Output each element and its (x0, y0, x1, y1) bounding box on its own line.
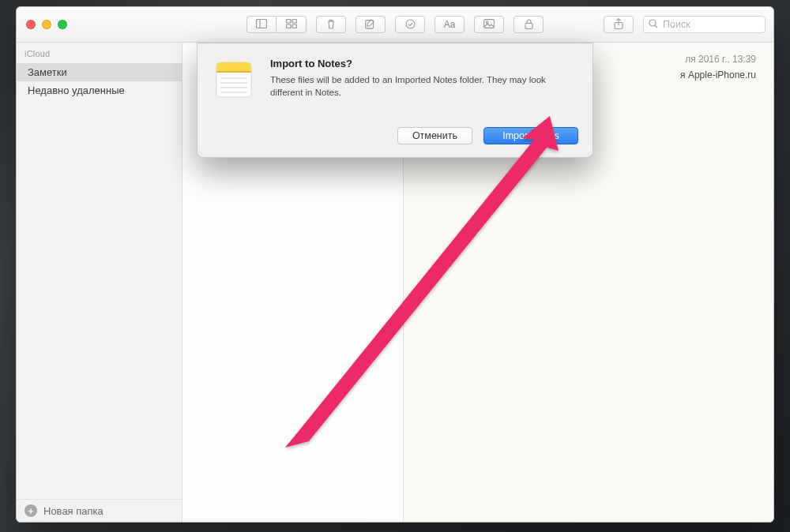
sidebar-item-label: Заметки (28, 66, 67, 78)
svg-rect-10 (525, 23, 532, 28)
dialog-actions: Отменить Import Notes (212, 127, 578, 144)
notes-app-icon (212, 58, 256, 105)
cancel-button-label: Отменить (412, 130, 457, 141)
import-dialog: Import to Notes? These files will be add… (197, 43, 593, 158)
window-minimize-button[interactable] (42, 20, 51, 29)
trash-icon (326, 19, 336, 31)
search-input[interactable] (663, 19, 760, 30)
notes-app-window: Aa iCloud Заметки (16, 6, 774, 523)
attach-button[interactable] (474, 16, 504, 33)
svg-rect-15 (216, 71, 251, 73)
dialog-text: Import to Notes? These files will be add… (270, 58, 570, 105)
svg-rect-8 (484, 20, 495, 28)
svg-rect-0 (257, 20, 267, 28)
window-close-button[interactable] (26, 20, 36, 29)
import-notes-button-label: Import Notes (502, 130, 559, 141)
list-view-button[interactable] (246, 16, 276, 33)
svg-point-9 (486, 21, 488, 24)
toolbar-center-cluster: Aa (246, 16, 544, 33)
share-icon (614, 18, 623, 31)
svg-point-12 (649, 20, 656, 26)
new-folder-button[interactable]: + Новая папка (17, 499, 182, 522)
window-maximize-button[interactable] (58, 20, 67, 29)
photo-icon (483, 19, 495, 30)
compose-icon (365, 19, 376, 31)
svg-rect-4 (286, 24, 291, 28)
grid-view-button[interactable] (276, 16, 307, 33)
grid-view-icon (286, 19, 297, 30)
new-note-button[interactable] (356, 16, 386, 33)
list-view-icon (256, 19, 267, 30)
sidebar-item-notes[interactable]: Заметки (17, 63, 182, 81)
share-button[interactable] (604, 16, 634, 33)
toolbar-right-cluster (604, 16, 766, 33)
format-button[interactable]: Aa (434, 16, 465, 33)
folders-sidebar: iCloud Заметки Недавно удаленные + Новая… (17, 43, 182, 522)
svg-rect-5 (292, 24, 297, 28)
import-notes-button[interactable]: Import Notes (483, 127, 578, 144)
lock-button[interactable] (514, 16, 544, 33)
sidebar-account-header: iCloud (17, 43, 182, 63)
lock-icon (525, 19, 533, 31)
search-field-container[interactable] (643, 16, 766, 33)
dialog-body: Import to Notes? These files will be add… (212, 58, 578, 105)
window-controls (17, 20, 67, 29)
delete-note-button[interactable] (316, 16, 346, 33)
search-icon (649, 19, 658, 31)
cancel-button[interactable]: Отменить (397, 127, 472, 144)
svg-point-7 (406, 20, 415, 28)
svg-rect-2 (286, 20, 291, 24)
new-folder-label: Новая папка (43, 505, 103, 517)
view-mode-group (246, 16, 307, 33)
checklist-icon (405, 19, 416, 31)
format-icon: Aa (444, 20, 456, 29)
sidebar-item-recently-deleted[interactable]: Недавно удаленные (17, 81, 182, 99)
window-titlebar: Aa (17, 7, 773, 43)
dialog-message: These files will be added to an Imported… (270, 74, 570, 99)
plus-circle-icon: + (24, 504, 37, 517)
dialog-title: Import to Notes? (270, 58, 570, 69)
svg-rect-3 (292, 20, 297, 24)
checklist-button[interactable] (395, 16, 425, 33)
sidebar-item-label: Недавно удаленные (28, 84, 125, 96)
